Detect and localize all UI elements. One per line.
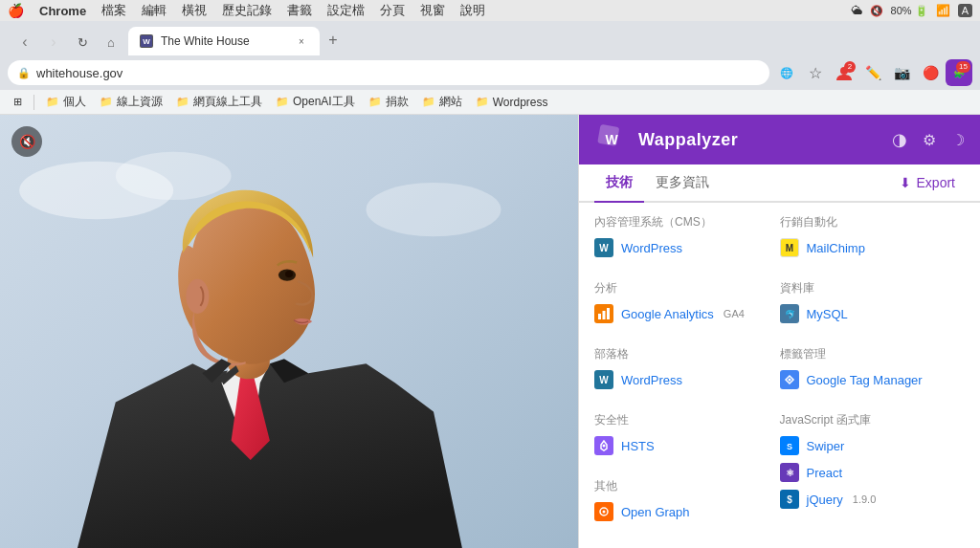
theme-icon[interactable]: ☽ bbox=[951, 131, 965, 149]
tech-name-hsts[interactable]: HSTS bbox=[621, 439, 655, 453]
bookmarks-bar: ⊞ 📁 個人 📁 線上資源 📁 網頁線上工具 📁 OpenAI工具 📁 捐款 📁… bbox=[0, 90, 980, 115]
tech-item-swiper[interactable]: S Swiper bbox=[780, 436, 958, 455]
bookmark-web-tools[interactable]: 📁 網頁線上工具 bbox=[170, 92, 268, 112]
bookmarks-menu[interactable]: 書籤 bbox=[287, 2, 312, 19]
new-tab-button[interactable]: + bbox=[320, 27, 346, 54]
tech-name-preact[interactable]: Preact bbox=[807, 466, 843, 480]
tech-item-hsts[interactable]: HSTS bbox=[594, 436, 772, 455]
tab-bar: ‹ › ↻ ⌂ W The White House × + bbox=[0, 21, 980, 55]
window-menu[interactable]: 視窗 bbox=[420, 2, 445, 19]
tech-name-swiper[interactable]: Swiper bbox=[807, 439, 845, 453]
tech-item-mysql[interactable]: 🐬 MySQL bbox=[780, 304, 958, 323]
export-button[interactable]: ⬇ Export bbox=[890, 169, 965, 196]
profile-button[interactable]: 2 bbox=[831, 59, 858, 86]
translate-button[interactable]: 🌐 bbox=[773, 59, 800, 86]
page-image bbox=[0, 115, 578, 548]
edit-menu[interactable]: 編輯 bbox=[142, 2, 167, 19]
hsts-logo bbox=[594, 436, 613, 455]
home-button[interactable]: ⌂ bbox=[98, 29, 124, 55]
bookmark-website[interactable]: 📁 網站 bbox=[416, 92, 468, 112]
section-cms-title: 內容管理系統（CMS） bbox=[594, 214, 772, 230]
tech-name-jquery[interactable]: jQuery bbox=[807, 493, 843, 507]
bookmark-openai[interactable]: 📁 OpenAI工具 bbox=[270, 92, 361, 112]
svg-point-13 bbox=[285, 271, 293, 277]
tech-item-wordpress-cms[interactable]: W WordPress bbox=[594, 238, 772, 257]
profiles-menu[interactable]: 設定檔 bbox=[327, 2, 365, 19]
history-menu[interactable]: 歷史記錄 bbox=[222, 2, 272, 19]
tech-name-mailchimp[interactable]: MailChimp bbox=[807, 241, 865, 255]
wappalyzer-panel: W Wappalyzer ◑ ⚙ ☽ 技術 更多資訊 ⬇ Export bbox=[578, 115, 980, 548]
extension-badge: 15 bbox=[956, 61, 970, 73]
address-input[interactable]: 🔒 whitehouse.gov bbox=[8, 60, 769, 85]
draw-button[interactable]: ✏️ bbox=[859, 59, 886, 86]
bookmark-wordpress[interactable]: 📁 Wordpress bbox=[470, 94, 554, 111]
gtm-logo bbox=[780, 370, 799, 389]
folder-icon: 📁 bbox=[276, 96, 289, 108]
chrome-menu[interactable]: Chrome bbox=[39, 4, 86, 18]
apps-icon: ⊞ bbox=[13, 96, 22, 108]
tab-tech[interactable]: 技術 bbox=[594, 164, 644, 203]
main-area: 🔇 bbox=[0, 115, 980, 548]
record-button[interactable]: 🔴 bbox=[917, 59, 944, 86]
tech-name-opengraph[interactable]: Open Graph bbox=[621, 505, 690, 519]
bookmark-star-button[interactable]: ☆ bbox=[802, 59, 829, 86]
apple-menu[interactable]: 🍎 bbox=[8, 3, 24, 18]
tech-name-ga[interactable]: Google Analytics bbox=[621, 307, 714, 321]
tech-name-mysql[interactable]: MySQL bbox=[807, 307, 848, 321]
folder-icon: 📁 bbox=[46, 96, 59, 108]
tech-name-wordpress-blog[interactable]: WordPress bbox=[621, 373, 682, 387]
wappalyzer-tabs: 技術 更多資訊 ⬇ Export bbox=[579, 164, 980, 203]
settings-icon[interactable]: ⚙ bbox=[923, 131, 936, 149]
extension-button[interactable]: 🧩 15 bbox=[946, 59, 972, 86]
screenshot-button[interactable]: 📷 bbox=[888, 59, 915, 86]
section-tagmgmt: 標籤管理 Google Tag Manager bbox=[780, 335, 966, 401]
tech-item-gtm[interactable]: Google Tag Manager bbox=[780, 370, 958, 389]
section-js-libs-title: JavaScript 函式庫 bbox=[780, 412, 958, 428]
bookmark-donate[interactable]: 📁 捐款 bbox=[363, 92, 414, 112]
help-menu[interactable]: 說明 bbox=[460, 2, 485, 19]
tech-item-preact[interactable]: ⚛ Preact bbox=[780, 463, 958, 482]
svg-point-9 bbox=[367, 183, 501, 236]
toggle-icon[interactable]: ◑ bbox=[892, 129, 907, 150]
section-analytics-title: 分析 bbox=[594, 280, 772, 296]
tech-name-gtm[interactable]: Google Tag Manager bbox=[807, 373, 923, 387]
file-menu[interactable]: 檔案 bbox=[101, 2, 126, 19]
refresh-button[interactable]: ↻ bbox=[69, 29, 96, 55]
folder-icon: 📁 bbox=[368, 96, 382, 108]
wappalyzer-logo: W Wappalyzer bbox=[594, 122, 738, 157]
tech-item-mailchimp[interactable]: M MailChimp bbox=[780, 238, 958, 257]
svg-point-35 bbox=[788, 379, 791, 382]
bookmark-personal[interactable]: 📁 個人 bbox=[40, 92, 92, 112]
bookmark-label: 網站 bbox=[439, 94, 462, 110]
folder-icon: 📁 bbox=[176, 96, 189, 108]
svg-point-14 bbox=[186, 279, 209, 314]
bookmark-online-resources[interactable]: 📁 線上資源 bbox=[94, 92, 168, 112]
section-database-title: 資料庫 bbox=[780, 280, 958, 296]
svg-text:W: W bbox=[605, 132, 618, 147]
tab-close-button[interactable]: × bbox=[295, 34, 308, 48]
tech-item-ga[interactable]: Google Analytics GA4 bbox=[594, 304, 772, 323]
section-tagmgmt-title: 標籤管理 bbox=[780, 346, 958, 362]
back-button[interactable]: ‹ bbox=[11, 29, 38, 55]
tech-version-jquery: 1.9.0 bbox=[853, 493, 876, 505]
svg-text:W: W bbox=[599, 375, 609, 385]
wifi-icon: 📶 bbox=[936, 4, 950, 17]
section-marketing: 行銷自動化 M MailChimp bbox=[780, 203, 966, 269]
tech-item-opengraph[interactable]: Open Graph bbox=[594, 502, 772, 521]
mute-button[interactable]: 🔇 bbox=[11, 126, 42, 157]
tabs-menu[interactable]: 分頁 bbox=[380, 2, 405, 19]
address-bar: 🔒 whitehouse.gov 🌐 ☆ 2 ✏️ 📷 🔴 🧩 15 bbox=[0, 55, 980, 90]
export-label: Export bbox=[917, 175, 955, 190]
tech-item-wordpress-blog[interactable]: W WordPress bbox=[594, 370, 772, 389]
bookmark-apps[interactable]: ⊞ bbox=[8, 94, 28, 110]
view-menu[interactable]: 橫視 bbox=[182, 2, 207, 19]
svg-point-26 bbox=[603, 445, 606, 448]
tab-favicon: W bbox=[140, 34, 153, 48]
wappalyzer-header-icons: ◑ ⚙ ☽ bbox=[892, 129, 965, 150]
tech-name-wordpress-cms[interactable]: WordPress bbox=[621, 241, 682, 255]
tab-more-info[interactable]: 更多資訊 bbox=[644, 164, 721, 203]
preact-logo: ⚛ bbox=[780, 463, 799, 482]
browser-tab[interactable]: W The White House × bbox=[128, 27, 320, 55]
forward-button[interactable]: › bbox=[40, 29, 67, 55]
tech-item-jquery[interactable]: $ jQuery 1.9.0 bbox=[780, 490, 958, 509]
